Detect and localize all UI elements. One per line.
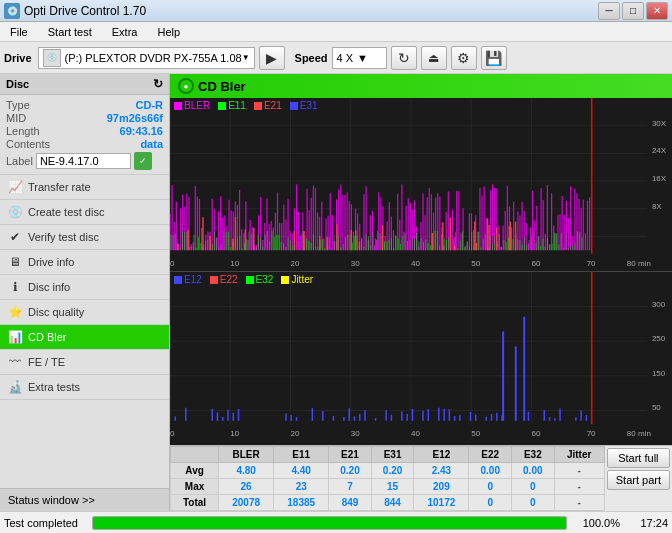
svg-text:10: 10 [230,429,239,438]
col-header-bler: BLER [219,447,274,463]
svg-text:80 min: 80 min [627,429,651,438]
table-row-avg: Avg 4.80 4.40 0.20 0.20 2.43 0.00 0.00 - [171,463,605,479]
total-e12: 10172 [414,495,469,511]
legend2-e12-dot [174,276,182,284]
menu-extra[interactable]: Extra [106,24,144,40]
table-row-max: Max 26 23 7 15 209 0 0 - [171,479,605,495]
svg-text:30X: 30X [652,119,667,128]
sidebar-item-cd-bler[interactable]: 📊 CD Bler [0,325,169,350]
drive-select[interactable]: 💿 (P:) PLEXTOR DVDR PX-755A 1.08 ▼ [38,47,255,69]
svg-text:0: 0 [170,259,175,268]
stats-table-container: BLER E11 E21 E31 E12 E22 E32 Jitter Avg [170,446,605,511]
svg-text:10: 10 [230,259,239,268]
eject-button[interactable]: ⏏ [421,46,447,70]
restore-button[interactable]: □ [622,2,644,20]
sidebar-item-disc-info[interactable]: ℹ Disc info [0,275,169,300]
col-header-e12: E12 [414,447,469,463]
title-bar: 💿 Opti Drive Control 1.70 ─ □ ✕ [0,0,672,22]
speed-label: Speed [295,52,328,64]
chart1-svg: 0 10 20 30 40 50 60 70 80 min 30X 24X [170,98,672,271]
max-e12: 209 [414,479,469,495]
menu-start-test[interactable]: Start test [42,24,98,40]
speed-select[interactable]: 4 X ▼ [332,47,387,69]
settings-button[interactable]: ⚙ [451,46,477,70]
disc-refresh-icon[interactable]: ↻ [153,77,163,91]
avg-e21: 0.20 [329,463,372,479]
legend2-e22-dot [210,276,218,284]
sidebar-item-drive-info[interactable]: 🖥 Drive info [0,250,169,275]
close-button[interactable]: ✕ [646,2,668,20]
verify-test-disc-icon: ✔ [8,230,22,244]
sidebar-item-fe-te[interactable]: 〰 FE / TE [0,350,169,375]
contents-value: data [140,138,163,150]
max-jitter: - [554,479,604,495]
svg-text:50: 50 [471,429,480,438]
sidebar-item-disc-quality[interactable]: ⭐ Disc quality [0,300,169,325]
right-content: ● CD Bler BLER E11 E21 [170,74,672,511]
status-window-label: Status window >> [8,494,95,506]
legend2-e32: E32 [246,274,274,285]
label-input[interactable] [36,153,131,169]
total-e31: 844 [371,495,414,511]
max-label: Max [171,479,219,495]
max-e22: 0 [469,479,512,495]
menu-file[interactable]: File [4,24,34,40]
total-label: Total [171,495,219,511]
chart1-legend: BLER E11 E21 E31 [174,100,318,111]
menu-help[interactable]: Help [151,24,186,40]
charts-area: BLER E11 E21 E31 [170,98,672,445]
status-window-button[interactable]: Status window >> [0,488,169,511]
chart-header: ● CD Bler [170,74,672,98]
sidebar-item-extra-tests[interactable]: 🔬 Extra tests [0,375,169,400]
start-part-button[interactable]: Start part [607,470,670,490]
start-full-button[interactable]: Start full [607,448,670,468]
avg-jitter: - [554,463,604,479]
disc-label: Disc [6,78,29,90]
svg-text:50: 50 [652,403,661,412]
chart2-e12: E12 E22 E32 Jitter [170,272,672,445]
drive-icon: 💿 [43,49,61,67]
chart1-bler: BLER E11 E21 E31 [170,98,672,272]
save-button[interactable]: 💾 [481,46,507,70]
svg-text:60: 60 [531,259,540,268]
refresh-button[interactable]: ↻ [391,46,417,70]
cd-bler-header-icon: ● [178,78,194,94]
sidebar-item-verify-test-disc[interactable]: ✔ Verify test disc [0,225,169,250]
sidebar: Disc ↻ Type CD-R MID 97m26s66f Length 69… [0,74,170,511]
main-area: Disc ↻ Type CD-R MID 97m26s66f Length 69… [0,74,672,511]
progress-percentage: 100.0% [575,517,620,529]
drive-action-button[interactable]: ▶ [259,46,285,70]
total-e22: 0 [469,495,512,511]
legend2-jitter-dot [281,276,289,284]
sidebar-item-label-extra-tests: Extra tests [28,381,80,393]
svg-text:24X: 24X [652,146,667,155]
disc-quality-icon: ⭐ [8,305,22,319]
svg-text:250: 250 [652,334,666,343]
sidebar-item-create-test-disc[interactable]: 💿 Create test disc [0,200,169,225]
legend2-e12-label: E12 [184,274,202,285]
label-confirm-button[interactable]: ✓ [134,152,152,170]
total-bler: 20078 [219,495,274,511]
sidebar-item-label-cd-bler: CD Bler [28,331,67,343]
sidebar-item-label-disc-info: Disc info [28,281,70,293]
legend-e11-label: E11 [228,100,246,111]
mid-label: MID [6,112,26,124]
max-bler: 26 [219,479,274,495]
avg-label: Avg [171,463,219,479]
sidebar-item-label-transfer-rate: Transfer rate [28,181,91,193]
table-row-total: Total 20078 18385 849 844 10172 0 0 - [171,495,605,511]
legend2-e12: E12 [174,274,202,285]
status-time: 17:24 [628,517,668,529]
mid-value: 97m26s66f [107,112,163,124]
legend-e11-dot [218,102,226,110]
cd-bler-icon: 📊 [8,330,22,344]
minimize-button[interactable]: ─ [598,2,620,20]
svg-text:70: 70 [587,259,596,268]
sidebar-item-transfer-rate[interactable]: 📈 Transfer rate [0,175,169,200]
total-e32: 0 [512,495,555,511]
length-value: 69:43.16 [120,125,163,137]
sidebar-item-label-drive-info: Drive info [28,256,74,268]
legend-e31-label: E31 [300,100,318,111]
svg-text:30: 30 [351,259,360,268]
col-header-e11: E11 [274,447,329,463]
